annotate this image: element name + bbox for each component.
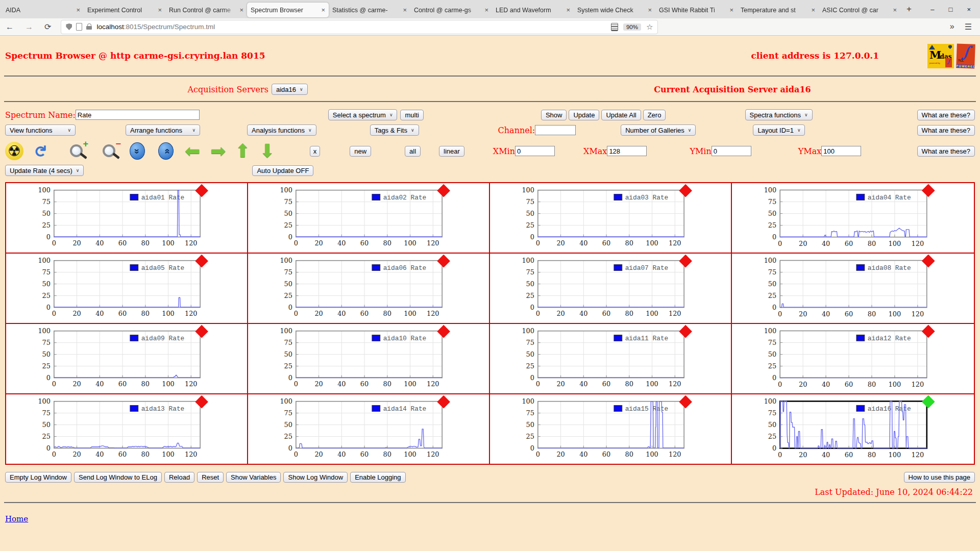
maximize-button[interactable]: □ — [949, 6, 953, 13]
multi-button[interactable]: multi — [400, 110, 423, 120]
fast-up-icon[interactable]: » — [158, 142, 174, 160]
update-rate-dropdown[interactable]: Update Rate (4 secs)∨ — [5, 165, 84, 176]
site-permissions-lock-icon[interactable] — [86, 23, 92, 30]
linear-button[interactable]: linear — [439, 146, 464, 157]
spectrum-plot-aida06[interactable]: 0204060801001200255075100aida06 Rate — [248, 254, 490, 324]
spectrum-plot-aida15[interactable]: 0204060801001200255075100aida15 Rate — [490, 394, 732, 464]
all-button[interactable]: all — [405, 146, 421, 157]
minimize-button[interactable]: – — [930, 6, 934, 13]
enable-logging-button[interactable]: Enable Logging — [350, 472, 405, 483]
browser-tab[interactable]: Control @ carme-gs × — [410, 3, 492, 17]
fast-down-icon[interactable]: » — [130, 142, 145, 160]
tab-close-icon[interactable]: × — [729, 6, 733, 14]
arrow-up-icon[interactable]: ⬆ — [235, 142, 250, 160]
select-spectrum-dropdown[interactable]: Select a spectrum∨ — [328, 109, 398, 120]
reload-icon[interactable]: ⟳ — [39, 22, 57, 32]
new-button[interactable]: new — [350, 146, 371, 157]
show-button[interactable]: Show — [541, 110, 567, 120]
spectrum-plot-aida09[interactable]: 0204060801001200255075100aida09 Rate — [6, 324, 248, 394]
arrow-down-icon[interactable]: ⬇ — [260, 142, 275, 160]
analysis-functions-dropdown[interactable]: Analysis functions∨ — [247, 124, 316, 136]
what-are-these-button[interactable]: What are these? — [917, 110, 975, 120]
tags-fits-dropdown[interactable]: Tags & Fits∨ — [370, 124, 419, 136]
reload-button[interactable]: Reload — [164, 472, 194, 483]
spectrum-plot-aida07[interactable]: 0204060801001200255075100aida07 Rate — [490, 254, 732, 324]
spectrum-plot-aida01[interactable]: 0204060801001200255075100aida01 Rate — [6, 183, 248, 254]
number-of-galleries-dropdown[interactable]: Number of Galleries∨ — [621, 124, 696, 136]
spectrum-plot-aida13[interactable]: 0204060801001200255075100aida13 Rate — [6, 394, 248, 464]
spectrum-plot-aida16[interactable]: 0204060801001200255075100aida16 Rate — [732, 394, 974, 464]
tab-close-icon[interactable]: × — [566, 6, 570, 14]
zoom-level-badge[interactable]: 90% — [623, 23, 641, 31]
reset-button[interactable]: Reset — [197, 472, 224, 483]
url-bar[interactable]: localhost:8015/Spectrum/Spectrum.tml 90%… — [61, 20, 658, 34]
auto-update-button[interactable]: Auto Update OFF — [252, 165, 313, 176]
zoom-out-icon[interactable]: − — [101, 141, 121, 161]
tab-close-icon[interactable]: × — [484, 6, 488, 14]
arrange-functions-dropdown[interactable]: Arrange functions∨ — [126, 124, 200, 136]
send-log-window-button[interactable]: Send Log Window to ELog — [74, 472, 162, 483]
home-link[interactable]: Home — [5, 514, 28, 523]
x-axis-button[interactable]: x — [310, 146, 321, 157]
ymin-input[interactable] — [712, 146, 751, 156]
tab-close-icon[interactable]: × — [811, 6, 815, 14]
channel-input[interactable] — [535, 125, 576, 135]
spectrum-plot-aida10[interactable]: 0204060801001200255075100aida10 Rate — [248, 324, 490, 394]
tracking-protection-shield-icon[interactable] — [66, 23, 72, 30]
close-button[interactable]: × — [967, 6, 971, 13]
spectrum-name-input[interactable] — [76, 110, 200, 120]
bookmark-star-icon[interactable]: ☆ — [646, 22, 653, 32]
spectrum-plot-aida12[interactable]: 0204060801001200255075100aida12 Rate — [732, 324, 974, 394]
show-log-window-button[interactable]: Show Log Window — [283, 472, 348, 483]
tab-close-icon[interactable]: × — [403, 6, 407, 14]
tab-close-icon[interactable]: × — [893, 6, 897, 14]
page-info-icon[interactable] — [76, 23, 82, 31]
how-to-use-button[interactable]: How to use this page — [904, 472, 975, 483]
tab-close-icon[interactable]: × — [321, 6, 325, 14]
spectrum-plot-aida14[interactable]: 0204060801001200255075100aida14 Rate — [248, 394, 490, 464]
spectrum-plot-aida03[interactable]: 0204060801001200255075100aida03 Rate — [490, 183, 732, 254]
spectrum-plot-aida02[interactable]: 0204060801001200255075100aida02 Rate — [248, 183, 490, 254]
browser-tab[interactable]: LED and Waveform × — [492, 3, 574, 17]
spectrum-plot-aida04[interactable]: 0204060801001200255075100aida04 Rate — [732, 183, 974, 254]
zero-button[interactable]: Zero — [643, 110, 666, 120]
browser-tab[interactable]: Temperature and st × — [737, 3, 819, 17]
forward-icon[interactable]: → — [19, 22, 39, 32]
tab-close-icon[interactable]: × — [158, 6, 162, 14]
spectra-functions-dropdown[interactable]: Spectra functions∨ — [745, 109, 813, 120]
arrow-left-icon[interactable]: ⬅ — [185, 142, 200, 160]
spectrum-plot-aida05[interactable]: 0204060801001200255075100aida05 Rate — [6, 254, 248, 324]
browser-tab[interactable]: ASIC Control @ car × — [819, 3, 900, 17]
update-button[interactable]: Update — [569, 110, 599, 120]
refresh-icon[interactable]: ↻ — [32, 144, 48, 158]
view-functions-dropdown[interactable]: View functions∨ — [5, 124, 76, 136]
spectrum-plot-aida08[interactable]: 0204060801001200255075100aida08 Rate — [732, 254, 974, 324]
browser-tab[interactable]: Statistics @ carme- × — [329, 3, 410, 17]
overflow-menu-icon[interactable]: » — [950, 22, 954, 32]
empty-log-window-button[interactable]: Empty Log Window — [5, 472, 71, 483]
tab-close-icon[interactable]: × — [648, 6, 652, 14]
show-variables-button[interactable]: Show Variables — [226, 472, 281, 483]
update-all-button[interactable]: Update All — [601, 110, 641, 120]
browser-tab[interactable]: AIDA × — [2, 3, 84, 17]
tab-close-icon[interactable]: × — [76, 6, 80, 14]
zoom-in-icon[interactable]: + — [68, 141, 89, 161]
reader-view-icon[interactable] — [611, 23, 618, 31]
browser-tab[interactable]: Spectrum Browser × — [247, 3, 329, 17]
browser-tab[interactable]: GSI White Rabbit Ti × — [655, 3, 737, 17]
tab-close-icon[interactable]: × — [239, 6, 243, 14]
new-tab-button[interactable]: + — [900, 4, 918, 14]
browser-tab[interactable]: Experiment Control × — [84, 3, 165, 17]
ymax-input[interactable] — [821, 146, 861, 156]
back-icon[interactable]: ← — [0, 22, 19, 32]
arrow-right-icon[interactable]: ➡ — [210, 142, 226, 160]
hamburger-menu-icon[interactable]: ☰ — [965, 22, 972, 32]
spectrum-plot-aida11[interactable]: 0204060801001200255075100aida11 Rate — [490, 324, 732, 394]
browser-tab[interactable]: Run Control @ carme × — [165, 3, 247, 17]
what-are-these-button[interactable]: What are these? — [917, 125, 975, 136]
what-are-these-button[interactable]: What are these? — [917, 146, 975, 157]
radiation-icon[interactable]: ☢ — [5, 142, 23, 160]
xmax-input[interactable] — [607, 146, 647, 156]
browser-tab[interactable]: System wide Check × — [574, 3, 655, 17]
layout-id-dropdown[interactable]: Layout ID=1∨ — [753, 124, 805, 136]
